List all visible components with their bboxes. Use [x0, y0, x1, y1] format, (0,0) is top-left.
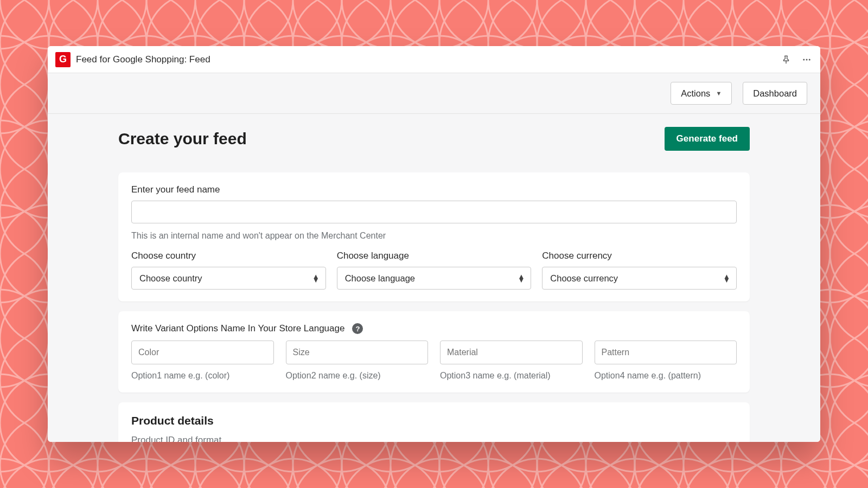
variant-header-label: Write Variant Options Name In Your Store… — [131, 323, 344, 334]
variant-option3-input[interactable] — [440, 341, 583, 364]
product-details-subtitle: Product ID and format — [131, 435, 737, 442]
app-logo-letter: G — [59, 54, 67, 65]
variant-option1-input[interactable] — [131, 341, 274, 364]
svg-point-14 — [809, 59, 810, 60]
svg-point-12 — [803, 59, 805, 60]
more-icon[interactable] — [801, 55, 813, 65]
variant-option1-helper: Option1 name e.g. (color) — [131, 371, 274, 381]
titlebar-title: Feed for Google Shopping: Feed — [76, 54, 781, 65]
help-icon[interactable]: ? — [352, 323, 363, 334]
product-details-card: Product details Product ID and format — [118, 402, 750, 442]
feed-name-helper: This is an internal name and won't appea… — [131, 231, 737, 241]
pin-icon[interactable] — [781, 55, 791, 65]
variant-option4-input[interactable] — [595, 341, 737, 364]
feed-basics-card: Enter your feed name This is an internal… — [118, 172, 750, 301]
country-label: Choose country — [131, 251, 326, 261]
language-select[interactable]: Choose language — [337, 267, 532, 290]
dashboard-button[interactable]: Dashboard — [743, 82, 807, 105]
actions-label: Actions — [681, 88, 710, 99]
dashboard-label: Dashboard — [753, 88, 797, 99]
content-area: Create your feed Generate feed Enter you… — [48, 114, 820, 442]
svg-point-13 — [806, 59, 808, 60]
app-window: G Feed for Google Shopping: Feed Actions… — [48, 46, 820, 442]
currency-select[interactable]: Choose currency — [542, 267, 737, 290]
feed-name-input[interactable] — [131, 201, 737, 223]
country-select[interactable]: Choose country — [131, 267, 326, 290]
feed-name-label: Enter your feed name — [131, 184, 737, 195]
variant-option4-helper: Option4 name e.g. (pattern) — [595, 371, 737, 381]
toolbar: Actions ▼ Dashboard — [48, 73, 820, 114]
titlebar: G Feed for Google Shopping: Feed — [48, 46, 820, 73]
generate-feed-button[interactable]: Generate feed — [665, 127, 750, 151]
app-logo-icon: G — [55, 52, 71, 67]
actions-dropdown-button[interactable]: Actions ▼ — [671, 82, 732, 105]
variant-option2-input[interactable] — [286, 341, 429, 364]
language-label: Choose language — [337, 251, 532, 261]
page-header: Create your feed Generate feed — [118, 127, 750, 151]
product-details-title: Product details — [131, 414, 737, 427]
variant-options-card: Write Variant Options Name In Your Store… — [118, 311, 750, 393]
currency-label: Choose currency — [542, 251, 737, 261]
variant-option2-helper: Option2 name e.g. (size) — [286, 371, 429, 381]
page-title: Create your feed — [118, 130, 247, 148]
caret-down-icon: ▼ — [716, 90, 722, 97]
generate-feed-label: Generate feed — [676, 133, 738, 144]
variant-option3-helper: Option3 name e.g. (material) — [440, 371, 583, 381]
